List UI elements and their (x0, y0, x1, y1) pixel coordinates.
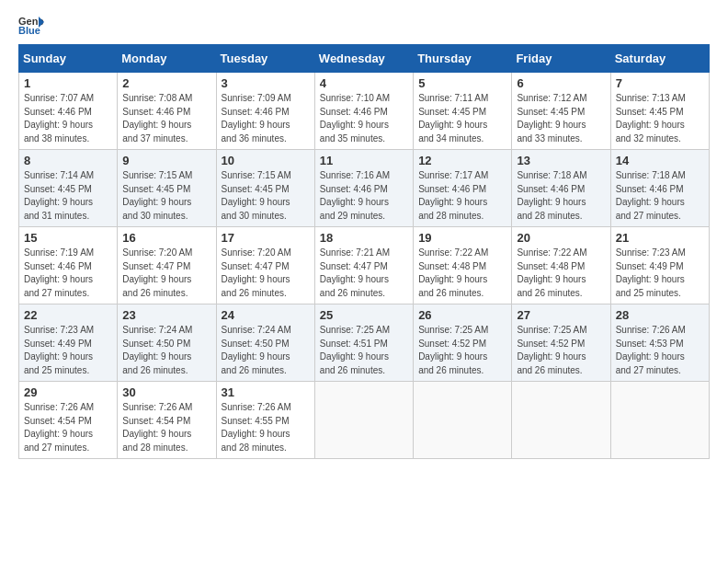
calendar-week-5: 29Sunrise: 7:26 AM Sunset: 4:54 PM Dayli… (19, 382, 710, 459)
calendar-cell: 22Sunrise: 7:23 AM Sunset: 4:49 PM Dayli… (19, 304, 118, 382)
calendar-header-monday: Monday (118, 45, 216, 73)
day-info: Sunrise: 7:23 AM Sunset: 4:49 PM Dayligh… (24, 324, 112, 377)
day-number: 14 (616, 154, 704, 167)
day-info: Sunrise: 7:24 AM Sunset: 4:50 PM Dayligh… (222, 324, 310, 377)
calendar-cell: 28Sunrise: 7:26 AM Sunset: 4:53 PM Dayli… (610, 304, 709, 382)
day-info: Sunrise: 7:13 AM Sunset: 4:45 PM Dayligh… (616, 92, 704, 145)
calendar-cell: 25Sunrise: 7:25 AM Sunset: 4:51 PM Dayli… (314, 304, 413, 382)
logo-icon: General Blue (18, 15, 44, 35)
day-number: 9 (122, 154, 210, 167)
calendar-cell: 16Sunrise: 7:20 AM Sunset: 4:47 PM Dayli… (118, 227, 216, 304)
day-info: Sunrise: 7:21 AM Sunset: 4:47 PM Dayligh… (320, 247, 408, 300)
day-info: Sunrise: 7:14 AM Sunset: 4:45 PM Dayligh… (24, 169, 112, 223)
day-info: Sunrise: 7:07 AM Sunset: 4:46 PM Dayligh… (24, 92, 112, 145)
calendar-header-row: SundayMondayTuesdayWednesdayThursdayFrid… (19, 45, 710, 73)
calendar-cell: 11Sunrise: 7:16 AM Sunset: 4:46 PM Dayli… (314, 150, 413, 227)
calendar-cell: 21Sunrise: 7:23 AM Sunset: 4:49 PM Dayli… (610, 227, 709, 304)
day-info: Sunrise: 7:22 AM Sunset: 4:48 PM Dayligh… (418, 247, 506, 300)
day-number: 28 (616, 308, 704, 322)
calendar-cell: 12Sunrise: 7:17 AM Sunset: 4:46 PM Dayli… (414, 150, 512, 227)
calendar-cell: 18Sunrise: 7:21 AM Sunset: 4:47 PM Dayli… (314, 227, 413, 304)
day-number: 12 (418, 154, 506, 167)
day-info: Sunrise: 7:12 AM Sunset: 4:45 PM Dayligh… (517, 92, 605, 145)
calendar-cell: 9Sunrise: 7:15 AM Sunset: 4:45 PM Daylig… (118, 150, 216, 227)
calendar-body: 1Sunrise: 7:07 AM Sunset: 4:46 PM Daylig… (19, 73, 710, 459)
day-info: Sunrise: 7:19 AM Sunset: 4:46 PM Dayligh… (24, 247, 112, 300)
calendar-header-wednesday: Wednesday (314, 45, 413, 73)
day-number: 31 (222, 385, 310, 399)
day-number: 1 (24, 76, 112, 90)
day-info: Sunrise: 7:25 AM Sunset: 4:52 PM Dayligh… (517, 324, 605, 377)
day-number: 15 (24, 231, 112, 245)
day-info: Sunrise: 7:10 AM Sunset: 4:46 PM Dayligh… (320, 92, 408, 145)
day-number: 8 (24, 154, 112, 167)
day-number: 27 (517, 308, 605, 322)
calendar-cell: 13Sunrise: 7:18 AM Sunset: 4:46 PM Dayli… (512, 150, 610, 227)
calendar-cell: 7Sunrise: 7:13 AM Sunset: 4:45 PM Daylig… (610, 73, 709, 150)
day-number: 25 (320, 308, 408, 322)
calendar-week-3: 15Sunrise: 7:19 AM Sunset: 4:46 PM Dayli… (19, 227, 710, 304)
day-number: 3 (222, 76, 310, 90)
calendar-table: SundayMondayTuesdayWednesdayThursdayFrid… (18, 44, 710, 459)
day-info: Sunrise: 7:16 AM Sunset: 4:46 PM Dayligh… (320, 169, 408, 223)
calendar-cell: 6Sunrise: 7:12 AM Sunset: 4:45 PM Daylig… (512, 73, 610, 150)
calendar-cell: 1Sunrise: 7:07 AM Sunset: 4:46 PM Daylig… (19, 73, 118, 150)
day-info: Sunrise: 7:17 AM Sunset: 4:46 PM Dayligh… (418, 169, 506, 223)
day-info: Sunrise: 7:20 AM Sunset: 4:47 PM Dayligh… (222, 247, 310, 300)
day-info: Sunrise: 7:25 AM Sunset: 4:51 PM Dayligh… (320, 324, 408, 377)
calendar-cell: 29Sunrise: 7:26 AM Sunset: 4:54 PM Dayli… (19, 382, 118, 459)
day-number: 29 (24, 385, 112, 399)
day-number: 17 (222, 231, 310, 245)
day-number: 23 (122, 308, 210, 322)
calendar-header-friday: Friday (512, 45, 610, 73)
calendar-cell: 20Sunrise: 7:22 AM Sunset: 4:48 PM Dayli… (512, 227, 610, 304)
calendar-cell (414, 382, 512, 459)
calendar-cell: 23Sunrise: 7:24 AM Sunset: 4:50 PM Dayli… (118, 304, 216, 382)
calendar-week-1: 1Sunrise: 7:07 AM Sunset: 4:46 PM Daylig… (19, 73, 710, 150)
calendar-cell: 30Sunrise: 7:26 AM Sunset: 4:54 PM Dayli… (118, 382, 216, 459)
day-number: 30 (122, 385, 210, 399)
calendar-cell: 17Sunrise: 7:20 AM Sunset: 4:47 PM Dayli… (216, 227, 314, 304)
day-info: Sunrise: 7:26 AM Sunset: 4:54 PM Dayligh… (24, 401, 112, 454)
calendar-header-tuesday: Tuesday (216, 45, 314, 73)
calendar-cell (610, 382, 709, 459)
logo: General Blue (18, 15, 46, 35)
calendar-cell: 5Sunrise: 7:11 AM Sunset: 4:45 PM Daylig… (414, 73, 512, 150)
day-info: Sunrise: 7:26 AM Sunset: 4:53 PM Dayligh… (616, 324, 704, 377)
day-number: 22 (24, 308, 112, 322)
day-number: 4 (320, 76, 408, 90)
day-info: Sunrise: 7:18 AM Sunset: 4:46 PM Dayligh… (616, 169, 704, 223)
calendar-header-sunday: Sunday (19, 45, 118, 73)
day-number: 18 (320, 231, 408, 245)
day-info: Sunrise: 7:25 AM Sunset: 4:52 PM Dayligh… (418, 324, 506, 377)
calendar-cell (314, 382, 413, 459)
day-info: Sunrise: 7:26 AM Sunset: 4:54 PM Dayligh… (122, 401, 210, 454)
day-number: 5 (418, 76, 506, 90)
calendar-cell: 24Sunrise: 7:24 AM Sunset: 4:50 PM Dayli… (216, 304, 314, 382)
calendar-cell: 31Sunrise: 7:26 AM Sunset: 4:55 PM Dayli… (216, 382, 314, 459)
day-info: Sunrise: 7:15 AM Sunset: 4:45 PM Dayligh… (222, 169, 310, 223)
calendar-cell: 14Sunrise: 7:18 AM Sunset: 4:46 PM Dayli… (610, 150, 709, 227)
day-info: Sunrise: 7:22 AM Sunset: 4:48 PM Dayligh… (517, 247, 605, 300)
svg-text:Blue: Blue (18, 25, 40, 35)
day-info: Sunrise: 7:15 AM Sunset: 4:45 PM Dayligh… (122, 169, 210, 223)
day-number: 20 (517, 231, 605, 245)
day-number: 13 (517, 154, 605, 167)
calendar-header-saturday: Saturday (610, 45, 709, 73)
day-number: 11 (320, 154, 408, 167)
day-info: Sunrise: 7:24 AM Sunset: 4:50 PM Dayligh… (122, 324, 210, 377)
day-info: Sunrise: 7:23 AM Sunset: 4:49 PM Dayligh… (616, 247, 704, 300)
calendar-header-thursday: Thursday (414, 45, 512, 73)
calendar-week-4: 22Sunrise: 7:23 AM Sunset: 4:49 PM Dayli… (19, 304, 710, 382)
calendar-cell: 4Sunrise: 7:10 AM Sunset: 4:46 PM Daylig… (314, 73, 413, 150)
day-number: 2 (122, 76, 210, 90)
day-info: Sunrise: 7:18 AM Sunset: 4:46 PM Dayligh… (517, 169, 605, 223)
calendar-cell (512, 382, 610, 459)
day-info: Sunrise: 7:11 AM Sunset: 4:45 PM Dayligh… (418, 92, 506, 145)
calendar-cell: 3Sunrise: 7:09 AM Sunset: 4:46 PM Daylig… (216, 73, 314, 150)
day-info: Sunrise: 7:20 AM Sunset: 4:47 PM Dayligh… (122, 247, 210, 300)
day-number: 6 (517, 76, 605, 90)
day-number: 26 (418, 308, 506, 322)
calendar-cell: 10Sunrise: 7:15 AM Sunset: 4:45 PM Dayli… (216, 150, 314, 227)
day-number: 19 (418, 231, 506, 245)
